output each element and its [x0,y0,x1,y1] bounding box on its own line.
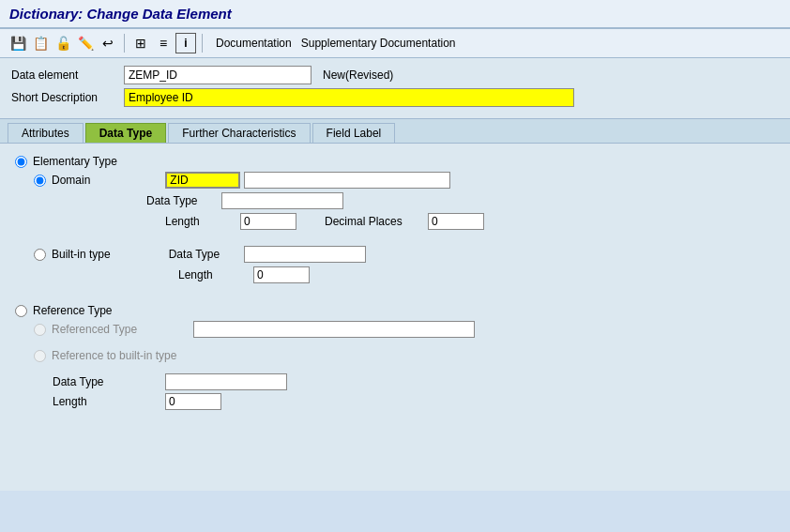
elementary-type-section: Elementary Type Domain Data Type Length [15,155,775,283]
reference-type-label: Reference Type [33,304,113,317]
data-element-label: Data element [11,68,124,82]
referenced-type-input[interactable] [193,321,475,338]
tab-attributes[interactable]: Attributes [8,123,84,143]
tab-further-characteristics[interactable]: Further Characteristics [168,123,310,143]
decimal-places-label: Decimal Places [325,215,428,228]
domain-data-type-row: Data Type [146,192,775,209]
short-description-label: Short Description [11,91,124,104]
list-icon[interactable]: ≡ [153,33,174,53]
elementary-type-label: Elementary Type [33,155,117,168]
referenced-type-radio [34,324,46,336]
tab-field-label[interactable]: Field Label [312,123,396,143]
elementary-type-radio[interactable] [15,156,27,168]
supplementary-documentation-link[interactable]: Supplementary Documentation [301,37,456,50]
form-area: Data element New(Revised) Short Descript… [0,58,790,119]
domain-length-label: Length [165,215,240,228]
builtin-type-label: Built-in type [52,248,111,261]
domain-length-input[interactable] [240,213,296,230]
domain-radio[interactable] [34,175,46,187]
data-element-row: Data element New(Revised) [11,66,779,84]
documentation-link[interactable]: Documentation [216,37,292,50]
hierarchy-icon[interactable]: ⊞ [130,33,151,53]
builtin-type-radio[interactable] [34,249,46,261]
status-badge: New(Revised) [323,68,393,82]
divider-2 [202,34,203,53]
referenced-type-label: Referenced Type [52,323,137,336]
domain-radio-row: Domain [34,172,775,189]
builtin-data-type-label: Data Type [169,248,244,261]
ref-length-label: Length [53,395,165,408]
divider-1 [124,34,125,53]
lock-icon[interactable]: 🔓 [53,33,73,53]
reference-type-section: Reference Type Referenced Type Reference… [15,304,775,410]
tabs-row: Attributes Data Type Further Characteris… [0,119,790,144]
reference-type-row: Reference Type [15,304,775,317]
short-description-input[interactable] [124,88,574,107]
content-area: Elementary Type Domain Data Type Length [0,144,790,491]
info-icon[interactable]: i [175,33,196,53]
builtin-type-row: Built-in type Data Type [34,246,775,263]
title-bar: Dictionary: Change Data Element [0,0,790,29]
domain-data-type-label: Data Type [146,194,221,207]
document-icon[interactable]: 📋 [30,33,51,53]
data-element-input[interactable] [124,66,311,84]
reference-builtin-row: Reference to built-in type [34,349,775,362]
reference-builtin-label: Reference to built-in type [52,349,176,362]
tab-data-type[interactable]: Data Type [85,123,166,143]
toolbar: 💾 📋 🔓 ✏️ ↩ ⊞ ≡ i Documentation Supplemen… [0,29,790,58]
ref-length-input[interactable] [165,393,221,410]
short-description-row: Short Description [11,88,779,107]
pencil-icon[interactable]: ✏️ [75,33,96,53]
domain-data-type-input[interactable] [221,192,343,209]
builtin-data-type-input[interactable] [244,246,366,263]
builtin-length-input[interactable] [253,266,310,283]
reference-type-radio[interactable] [15,305,27,317]
ref-data-type-input[interactable] [165,373,287,390]
elementary-type-row: Elementary Type [15,155,775,168]
builtin-length-label: Length [178,268,253,281]
decimal-places-input[interactable] [428,213,484,230]
referenced-type-row: Referenced Type [34,321,775,338]
back-icon[interactable]: ↩ [98,33,118,53]
save-icon[interactable]: 💾 [8,33,28,53]
domain-label: Domain [52,174,90,187]
page-title: Dictionary: Change Data Element [9,6,232,22]
ref-data-type-label: Data Type [53,375,165,388]
domain-rest-input[interactable] [244,172,450,189]
domain-value-input[interactable] [165,172,240,189]
reference-builtin-radio [34,350,46,362]
